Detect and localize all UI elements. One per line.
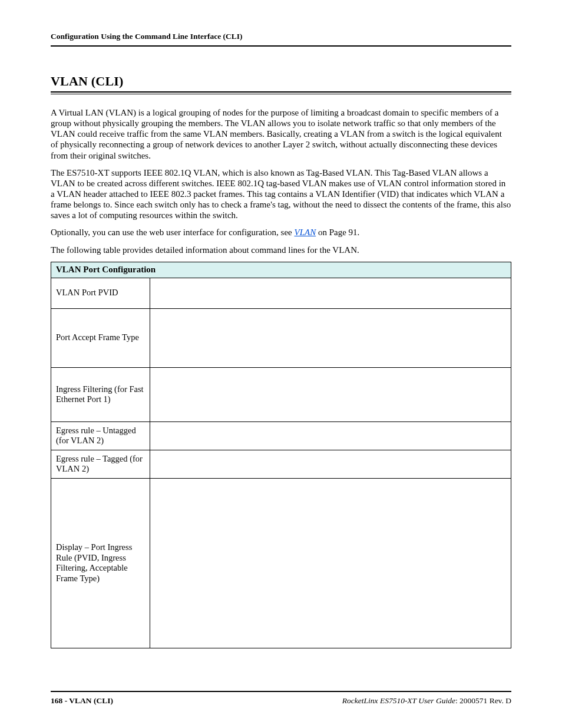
row-label: Display – Port Ingress Rule (PVID, Ingre…	[51, 478, 150, 648]
table-row: Egress rule – Tagged (for VLAN 2)	[51, 450, 511, 478]
footer-right: RocketLinx ES7510-XT User Guide: 2000571…	[342, 696, 511, 706]
table-row: Display – Port Ingress Rule (PVID, Ingre…	[51, 478, 511, 648]
row-content	[150, 478, 511, 648]
body-paragraph: The following table provides detailed in…	[51, 245, 511, 255]
row-label: Egress rule – Tagged (for VLAN 2)	[51, 450, 150, 478]
header-rule	[51, 45, 511, 47]
footer-guide-title: RocketLinx ES7510-XT User Guide	[342, 696, 455, 705]
table-row: VLAN Port PVID	[51, 278, 511, 308]
row-content	[150, 421, 511, 450]
row-label: VLAN Port PVID	[51, 278, 150, 308]
title-double-rule	[51, 91, 511, 94]
body-paragraph: Optionally, you can use the web user int…	[51, 227, 511, 238]
table-header: VLAN Port Configuration	[51, 262, 511, 278]
body-text: Optionally, you can use the web user int…	[51, 228, 294, 237]
footer-revision: : 2000571 Rev. D	[455, 696, 511, 705]
footer-line: 168 - VLAN (CLI) RocketLinx ES7510-XT Us…	[51, 696, 511, 706]
body-paragraph: The ES7510-XT supports IEEE 802.1Q VLAN,…	[51, 167, 511, 221]
table-row: Egress rule – Untagged (for VLAN 2)	[51, 421, 511, 450]
footer-section: VLAN (CLI)	[69, 696, 113, 705]
row-label: Egress rule – Untagged (for VLAN 2)	[51, 421, 150, 450]
row-content	[150, 367, 511, 421]
table-row: Port Accept Frame Type	[51, 308, 511, 367]
page-footer: 168 - VLAN (CLI) RocketLinx ES7510-XT Us…	[51, 691, 511, 706]
body-paragraph: A Virtual LAN (VLAN) is a logical groupi…	[51, 107, 511, 161]
vlan-link[interactable]: VLAN	[294, 228, 316, 237]
running-header: Configuration Using the Command Line Int…	[51, 32, 511, 41]
footer-rule	[51, 691, 511, 692]
row-content	[150, 450, 511, 478]
footer-page-number: 168 -	[51, 696, 69, 705]
row-content	[150, 308, 511, 367]
section-title: VLAN (CLI)	[51, 74, 511, 89]
table-row: Ingress Filtering (for Fast Ethernet Por…	[51, 367, 511, 421]
row-label: Port Accept Frame Type	[51, 308, 150, 367]
page: Configuration Using the Command Line Int…	[0, 0, 562, 728]
row-label: Ingress Filtering (for Fast Ethernet Por…	[51, 367, 150, 421]
footer-left: 168 - VLAN (CLI)	[51, 696, 113, 706]
body-text: on Page 91.	[316, 228, 359, 237]
row-content	[150, 278, 511, 308]
vlan-port-config-table: VLAN Port Configuration VLAN Port PVID P…	[51, 262, 511, 648]
